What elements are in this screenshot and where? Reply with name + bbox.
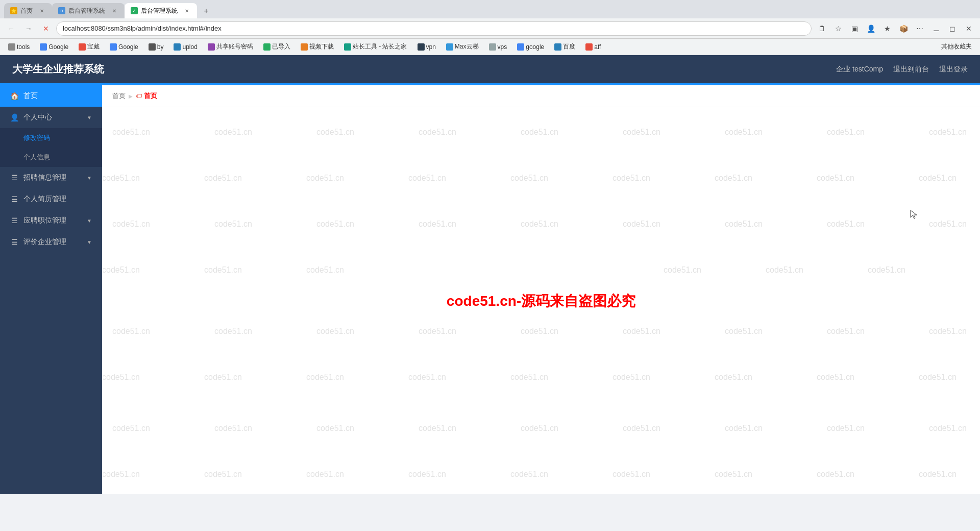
breadcrumb-home[interactable]: 首页 (112, 91, 126, 101)
bookmark-google1[interactable]: Google (36, 42, 72, 52)
tab-2-close[interactable]: ✕ (110, 7, 118, 15)
evaluate-chevron: ▼ (87, 239, 92, 245)
minimize-icon[interactable]: ⚊ (929, 21, 943, 36)
bookmark-vps-icon (489, 43, 496, 51)
watermark-67: code51.cn (715, 470, 752, 479)
sidebar-recruit-label: 招聘信息管理 (23, 173, 66, 182)
bookmark-by[interactable]: by (144, 42, 168, 52)
watermark-23: code51.cn (521, 220, 558, 229)
sidebar-item-recruit[interactable]: ☰ 招聘信息管理 ▼ (0, 167, 102, 188)
collections-icon[interactable]: 📦 (896, 21, 911, 36)
sidebar-item-home[interactable]: 🏠 首页 (0, 85, 102, 107)
bookmark-uplod[interactable]: uplod (169, 42, 201, 52)
bookmark-maxladder[interactable]: Max云梯 (442, 41, 483, 53)
forward-button[interactable]: → (21, 21, 36, 36)
tab-3-label: 后台管理系统 (141, 7, 178, 15)
watermark-12: code51.cn (306, 174, 344, 183)
watermark-6: code51.cn (623, 128, 660, 137)
watermark-29: code51.cn (204, 266, 242, 275)
watermark-37: code51.cn (419, 327, 456, 336)
bookmark-maxladder-label: Max云梯 (455, 42, 479, 51)
more-icon[interactable]: ⋯ (913, 21, 927, 36)
sidebar-item-personal[interactable]: 👤 个人中心 ▼ (0, 107, 102, 128)
bookmark-share-pwd[interactable]: 共享账号密码 (204, 41, 257, 53)
extensions-icon[interactable]: ▣ (847, 21, 862, 36)
bookmark-tools[interactable]: tools (4, 42, 34, 52)
bookmark-baozang[interactable]: 宝藏 (75, 41, 104, 53)
change-pwd-label: 修改密码 (23, 133, 50, 142)
watermark-34: code51.cn (112, 327, 150, 336)
address-text: localhost:8080/ssm3n8lp/admin/dist/index… (63, 25, 222, 32)
bookmark-uplod-icon (174, 43, 181, 51)
tab-2-favicon: B (58, 7, 65, 14)
watermark-35: code51.cn (214, 327, 252, 336)
sidebar-item-personal-info[interactable]: 个人信息 (0, 148, 102, 167)
new-tab-button[interactable]: + (199, 4, 213, 18)
watermark-3: code51.cn (316, 128, 354, 137)
bookmark-webmaster[interactable]: 站长工具 - 站长之家 (340, 41, 411, 53)
watermark-14: code51.cn (510, 174, 548, 183)
watermark-47: code51.cn (510, 373, 548, 382)
favorites-icon[interactable]: ★ (880, 21, 894, 36)
bookmark-google2[interactable]: Google (106, 42, 142, 52)
breadcrumb-sep: ▶ (129, 93, 133, 99)
cursor-indicator (909, 209, 919, 221)
sidebar-item-apply[interactable]: ☰ 应聘职位管理 ▼ (0, 210, 102, 231)
bookmarks-bar: tools Google 宝藏 Google by uplod 共享账号密码 (0, 39, 980, 55)
sidebar-personal-label: 个人中心 (23, 113, 52, 122)
watermark-16: code51.cn (715, 174, 752, 183)
reload-button[interactable]: ✕ (39, 21, 53, 36)
bookmark-webmaster-icon (344, 43, 351, 51)
tab-1-favicon: ⭐ (10, 7, 17, 14)
maximize-icon[interactable]: ◻ (945, 21, 960, 36)
bookmark-star-icon[interactable]: ☆ (831, 21, 845, 36)
tab-1[interactable]: ⭐ 首页 ✕ (4, 3, 52, 18)
watermark-50: code51.cn (817, 373, 854, 382)
bookmark-baidu[interactable]: 百度 (550, 41, 579, 53)
tab-3[interactable]: ✓ 后台管理系统 ✕ (125, 3, 197, 18)
sidebar-evaluate-label: 评价企业管理 (23, 237, 66, 247)
home-icon: 🏠 (10, 92, 18, 100)
bookmark-google3[interactable]: google (513, 42, 548, 52)
sidebar-item-change-pwd[interactable]: 修改密码 (0, 128, 102, 148)
bookmark-aff[interactable]: aff (581, 42, 605, 52)
bookmark-google1-icon (40, 43, 47, 51)
reader-mode-icon[interactable]: 🗒 (815, 21, 829, 36)
bookmark-vps[interactable]: vps (485, 42, 511, 52)
watermark-40: code51.cn (725, 327, 763, 336)
back-button[interactable]: ← (4, 21, 18, 36)
watermark-63: code51.cn (306, 470, 344, 479)
watermark-39: code51.cn (623, 327, 660, 336)
bookmark-baozang-label: 宝藏 (87, 42, 100, 51)
bookmark-tools-label: tools (17, 43, 30, 51)
watermark-31: code51.cn (664, 266, 701, 275)
apply-chevron: ▼ (87, 218, 92, 224)
sidebar-item-resume[interactable]: ☰ 个人简历管理 (0, 188, 102, 210)
tab-2[interactable]: B 后台管理系统 ✕ (52, 3, 125, 18)
logout-frontend-link[interactable]: 退出到前台 (893, 65, 929, 74)
close-icon[interactable]: ✕ (962, 21, 976, 36)
bookmark-vpn[interactable]: vpn (413, 42, 440, 52)
watermark-5: code51.cn (521, 128, 558, 137)
bookmark-video-label: 视频下载 (309, 42, 334, 51)
profile-icon[interactable]: 👤 (864, 21, 878, 36)
personal-info-label: 个人信息 (23, 153, 50, 162)
bookmark-other[interactable]: 其他收藏夹 (937, 41, 976, 53)
sidebar-item-evaluate[interactable]: ☰ 评价企业管理 ▼ (0, 231, 102, 253)
tab-1-close[interactable]: ✕ (38, 7, 46, 15)
bookmark-video[interactable]: 视频下载 (297, 41, 338, 53)
tab-3-close[interactable]: ✕ (183, 7, 191, 15)
watermark-44: code51.cn (204, 373, 242, 382)
watermark-65: code51.cn (510, 470, 548, 479)
bookmark-aff-icon (585, 43, 593, 51)
bookmark-import[interactable]: 已导入 (259, 41, 295, 53)
logout-link[interactable]: 退出登录 (939, 65, 968, 74)
watermark-26: code51.cn (827, 220, 865, 229)
bookmark-maxladder-icon (446, 43, 453, 51)
company-name: 企业 testComp (836, 65, 883, 74)
address-bar[interactable]: localhost:8080/ssm3n8lp/admin/dist/index… (56, 21, 812, 36)
watermark-38: code51.cn (521, 327, 558, 336)
bookmark-baozang-icon (79, 43, 86, 51)
watermark-48: code51.cn (612, 373, 650, 382)
watermark-33: code51.cn (868, 266, 905, 275)
